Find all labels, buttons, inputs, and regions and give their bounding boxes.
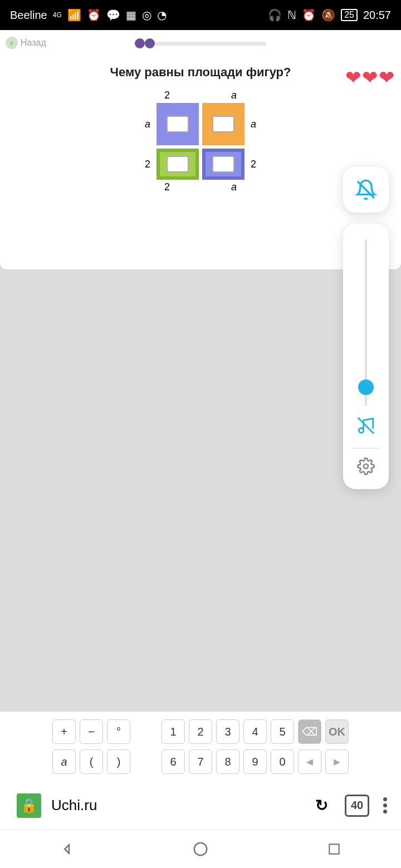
area-input-3[interactable] <box>167 156 189 172</box>
clock-icon: ⏰ <box>302 8 316 22</box>
key-backspace[interactable]: ⌫ <box>298 719 321 744</box>
notifications-mute-button[interactable] <box>343 167 389 213</box>
progress-bar <box>155 42 266 46</box>
dim-label: a <box>248 119 259 130</box>
key-9[interactable]: 9 <box>243 749 267 774</box>
key-0[interactable]: 0 <box>271 749 294 774</box>
figure-purple2 <box>202 149 244 180</box>
dim-label: 2 <box>164 181 170 193</box>
area-input-4[interactable] <box>212 156 234 172</box>
figures: 2 a a a 2 2 2 a <box>134 90 267 193</box>
address-bar[interactable]: 🔒 Uchi.ru ↻ <box>8 789 336 822</box>
media-mute-icon[interactable] <box>356 416 375 439</box>
figure-orange <box>202 103 244 145</box>
key-degree[interactable]: ° <box>107 719 130 744</box>
settings-button[interactable] <box>357 457 375 479</box>
question-text: Чему равны площади фигур? <box>0 65 401 80</box>
menu-button[interactable] <box>378 797 393 813</box>
nav-back[interactable] <box>57 839 77 859</box>
svg-point-1 <box>359 428 364 433</box>
key-2[interactable]: 2 <box>189 719 212 744</box>
svg-rect-5 <box>329 844 339 854</box>
url-text: Uchi.ru <box>51 797 97 814</box>
volume-thumb[interactable] <box>358 379 374 395</box>
key-5[interactable]: 5 <box>271 719 294 744</box>
back-button[interactable]: ‹ Назад <box>6 37 46 49</box>
headphones-icon: 🎧 <box>268 8 282 22</box>
signal-icon: 📶 <box>67 8 81 22</box>
telegram-icon: ◔ <box>157 8 167 22</box>
network-badge: 4G <box>53 11 62 19</box>
carrier: Beeline <box>10 9 47 22</box>
alarm-icon: ⏰ <box>87 8 101 22</box>
dim-label: a <box>231 181 237 193</box>
heart-icon: ❤ <box>362 66 378 88</box>
figure-green <box>157 149 199 180</box>
dim-label: 2 <box>164 90 170 101</box>
key-4[interactable]: 4 <box>243 719 267 744</box>
dim-label: 2 <box>248 159 259 170</box>
figure-purple <box>157 103 199 145</box>
tabs-count: 40 <box>351 799 363 812</box>
clock-time: 20:57 <box>363 9 391 22</box>
exercise-panel: ‹ Назад ❤ ❤ ❤ Чему равны площади фигур? … <box>0 30 401 269</box>
nfc-icon: ℕ <box>287 8 296 22</box>
volume-slider[interactable] <box>365 239 367 406</box>
key-1[interactable]: 1 <box>162 719 185 744</box>
key-plus[interactable]: + <box>52 719 76 744</box>
key-7[interactable]: 7 <box>189 749 212 774</box>
browser-toolbar: 🔒 Uchi.ru ↻ 40 <box>0 782 401 829</box>
volume-panel <box>343 224 389 489</box>
nav-recent[interactable] <box>324 839 344 859</box>
bell-off-icon <box>355 179 377 201</box>
status-bar: Beeline 4G 📶 ⏰ 💬 ▦ ◎ ◔ 🎧 ℕ ⏰ 🔕 25 20:57 <box>0 0 401 30</box>
app-icon: ▦ <box>126 8 136 22</box>
lives: ❤ ❤ ❤ <box>345 66 394 88</box>
dim-label: 2 <box>142 159 153 170</box>
key-a[interactable]: a <box>52 749 76 774</box>
chevron-left-icon: ‹ <box>6 37 18 49</box>
heart-icon: ❤ <box>379 66 394 88</box>
tabs-button[interactable]: 40 <box>345 795 369 817</box>
area-input-1[interactable] <box>167 116 189 132</box>
dim-label: a <box>231 90 237 101</box>
key-8[interactable]: 8 <box>216 749 239 774</box>
key-rparen[interactable]: ) <box>107 749 130 774</box>
progress-dot <box>135 38 145 48</box>
battery-level: 25 <box>341 9 358 21</box>
system-nav <box>0 829 401 868</box>
lock-icon: 🔒 <box>17 793 41 818</box>
divider <box>352 448 380 448</box>
svg-point-3 <box>364 464 368 468</box>
progress-indicator <box>0 38 401 48</box>
key-6[interactable]: 6 <box>162 749 185 774</box>
math-keyboard: + − ° 1 2 3 4 5 ⌫ OK a ( ) 6 7 8 9 0 ◄ ► <box>0 712 401 782</box>
instagram-icon: ◎ <box>142 8 151 22</box>
key-left[interactable]: ◄ <box>298 749 321 774</box>
key-right[interactable]: ► <box>325 749 349 774</box>
svg-point-4 <box>194 842 207 855</box>
back-label: Назад <box>21 38 46 48</box>
area-input-2[interactable] <box>212 116 234 132</box>
chat-icon: 💬 <box>106 8 120 22</box>
key-ok[interactable]: OK <box>325 719 349 744</box>
heart-icon: ❤ <box>345 66 361 88</box>
key-minus[interactable]: − <box>80 719 103 744</box>
progress-dot <box>145 38 155 48</box>
key-3[interactable]: 3 <box>216 719 239 744</box>
dim-label: a <box>142 119 153 130</box>
mute-icon: 🔕 <box>321 8 335 22</box>
reload-button[interactable]: ↻ <box>315 796 328 815</box>
nav-home[interactable] <box>190 839 211 859</box>
key-lparen[interactable]: ( <box>80 749 103 774</box>
